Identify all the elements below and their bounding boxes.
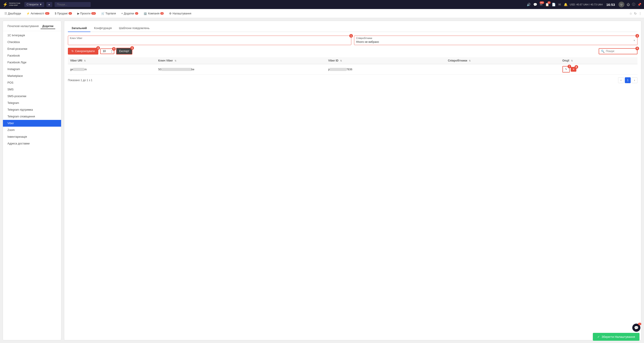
pagination-buttons: ‹ 1 › — [618, 77, 638, 83]
main-layout: Початкові налаштування Додатки 1С Інтегр… — [0, 18, 644, 343]
pagination: Показано 1 до 1 з 1 ‹ 1 › — [68, 77, 638, 83]
help-icon[interactable]: ⓘ — [632, 2, 635, 6]
bell-icon[interactable]: 🔔 — [564, 3, 568, 6]
pin-icon[interactable]: 📌 — [638, 3, 641, 6]
activities-icon: ⚡ — [26, 12, 30, 15]
sidebar-item-1c[interactable]: 1С Інтеграція — [3, 32, 61, 39]
action-number-8: 8 — [574, 65, 578, 69]
tasks-icon[interactable]: 📋 5 — [545, 3, 549, 6]
sort-icon[interactable]: ⇅ — [571, 59, 573, 62]
check-icon: ✓ — [597, 335, 600, 339]
nav-trade[interactable]: 🛒 Торгівля — [99, 10, 118, 16]
sidebar-item-facebook-leads[interactable]: Facebook Ліди — [3, 59, 61, 66]
chat-icon[interactable]: 💬 — [533, 3, 537, 6]
nav-sales[interactable]: $ Продажі 10 — [52, 10, 74, 16]
sort-icon[interactable]: ⇅ — [84, 59, 86, 62]
sidebar-item-instagram[interactable]: Instagram — [3, 66, 61, 72]
sidebar-item-email[interactable]: Email-розсилки — [3, 45, 61, 52]
id-start: p — [328, 68, 330, 71]
nav-grid-icon[interactable]: ⋮ — [638, 12, 642, 15]
id-blurred — [330, 68, 346, 71]
uri-start: ge — [70, 68, 73, 71]
save-button[interactable]: ✓ Зберегти Налаштування — [593, 333, 640, 341]
exchange-rate: USD: 40.67 UAH / 40.73 UAH — [570, 3, 603, 6]
nav-star-icon[interactable]: ☆ — [629, 12, 632, 15]
nav-settings[interactable]: ⚙ Налаштування — [167, 10, 194, 16]
id-end: 7836 — [346, 68, 352, 71]
sidebar-item-telegram-notify[interactable]: Telegram сповіщення — [3, 113, 61, 120]
table-row: ge m 50 be p 7836 — [68, 64, 638, 75]
next-page-button[interactable]: › — [632, 77, 638, 83]
tab-templates[interactable]: Шаблони повідомлень — [116, 24, 153, 32]
col-viber-key: Ключ Viber ⇅ — [156, 57, 326, 64]
export-button[interactable]: Експорт 5 — [116, 48, 132, 54]
sidebar-item-checkbox[interactable]: Checkbox — [3, 39, 61, 45]
sales-icon: $ — [55, 12, 56, 15]
sidebar-item-facebook[interactable]: Facebook — [3, 52, 61, 59]
sidebar-item-telegram[interactable]: Telegram — [3, 100, 61, 106]
cell-options: ✎ 7 ✕ 8 — [560, 64, 638, 75]
sidebar-item-zoom[interactable]: Zoom — [3, 127, 61, 133]
tab-config[interactable]: Конфігурація — [90, 24, 116, 32]
nav-company[interactable]: 🏢 Компанія 28 — [142, 10, 166, 16]
sort-icon[interactable]: ⇅ — [469, 59, 470, 62]
sync-button[interactable]: ↻ Синхронізувати 3 — [68, 48, 98, 54]
create-button[interactable]: Створити ▼ — [24, 2, 44, 7]
sidebar-item-pos[interactable]: POS — [3, 79, 61, 86]
dashboard-icon: ☷ — [4, 12, 7, 15]
nav-refresh-icon[interactable]: ↻ — [634, 12, 637, 15]
trade-icon: 🛒 — [101, 12, 105, 15]
mail-icon[interactable]: ✉ — [558, 3, 561, 6]
viber-table: Viber URI ⇅ Ключ Viber ⇅ Viber ID ⇅ Спів… — [68, 57, 638, 75]
nav-activities[interactable]: ⚡ Активності 297 — [24, 10, 52, 16]
cell-employees — [446, 64, 560, 75]
buttons-row: ↻ Синхронізувати 3 ▲ ▼ 4 Експорт 5 🔍 6 — [68, 48, 638, 54]
employees-label: Співробітники — [354, 36, 637, 39]
perpage-number: 4 — [112, 47, 116, 51]
top-icons: 🔊 💬 ✉ 282 📋 5 📄 ✉ 🔔 — [527, 3, 568, 6]
chart-button[interactable]: ▸ — [46, 2, 52, 7]
power-icon[interactable]: ⏻ — [627, 3, 630, 6]
global-search-input[interactable] — [54, 2, 91, 7]
sidebar-tab-initial[interactable]: Початкові налаштування — [6, 24, 40, 29]
email-badge: 282 — [540, 1, 544, 4]
avatar[interactable]: U — [618, 1, 624, 7]
table-search-input[interactable] — [606, 49, 635, 53]
tab-general[interactable]: Загальний — [68, 24, 90, 32]
sound-icon[interactable]: 🔊 — [527, 3, 530, 6]
per-page-field: ▲ ▼ 4 — [100, 48, 114, 54]
sidebar-item-sms-mailing[interactable]: SMS-розсилки — [3, 93, 61, 100]
cell-viber-key: 50 be — [156, 64, 326, 75]
addons-icon: + — [121, 12, 123, 15]
viber-key-input[interactable] — [68, 39, 351, 45]
nav-dashboards[interactable]: ☷ Дашборди — [2, 10, 23, 16]
prev-page-button[interactable]: ‹ — [618, 77, 624, 83]
viber-key-field: Ключ Viber 1 — [68, 36, 351, 45]
nav-projects[interactable]: ▶ Проєкти 254 — [75, 10, 98, 16]
sync-icon: ↻ — [72, 49, 74, 53]
sidebar-item-telegram-support[interactable]: Telegram підтримка — [3, 106, 61, 113]
key-start: 50 — [158, 68, 161, 71]
key-blurred — [161, 68, 191, 71]
sidebar-tab-addons[interactable]: Додатки — [40, 24, 55, 29]
page-1-button[interactable]: 1 — [625, 77, 631, 83]
sidebar-item-viber[interactable]: Viber — [3, 120, 61, 127]
per-page-input[interactable] — [102, 49, 110, 53]
sidebar-item-sms[interactable]: SMS — [3, 86, 61, 93]
employees-field: Співробітники Нічого не вибрано ▼ 2 — [354, 36, 638, 45]
sidebar-item-marketplace[interactable]: Marketplace — [3, 72, 61, 79]
col-employees: Співробітники ⇅ — [446, 57, 560, 64]
export-number: 5 — [130, 46, 134, 50]
files-icon[interactable]: 📄 — [552, 3, 556, 6]
sidebar-item-inventory[interactable]: Інвентаризація — [3, 133, 61, 140]
nav-addons[interactable]: + Додатки 27 — [119, 10, 140, 16]
pagination-text: Показано 1 до 1 з 1 — [68, 79, 92, 82]
action-edit-wrap: ✎ 7 — [562, 66, 570, 72]
email-icon[interactable]: ✉ 282 — [540, 3, 542, 6]
sidebar-item-delivery[interactable]: Адреса доставки — [3, 140, 61, 147]
sort-icon[interactable]: ⇅ — [174, 59, 176, 62]
employees-select[interactable]: Нічого не вибрано — [354, 39, 637, 45]
settings-icon: ⚙ — [169, 12, 172, 15]
sort-icon[interactable]: ⇅ — [340, 59, 342, 62]
chevron-down-icon: ▼ — [633, 39, 636, 42]
